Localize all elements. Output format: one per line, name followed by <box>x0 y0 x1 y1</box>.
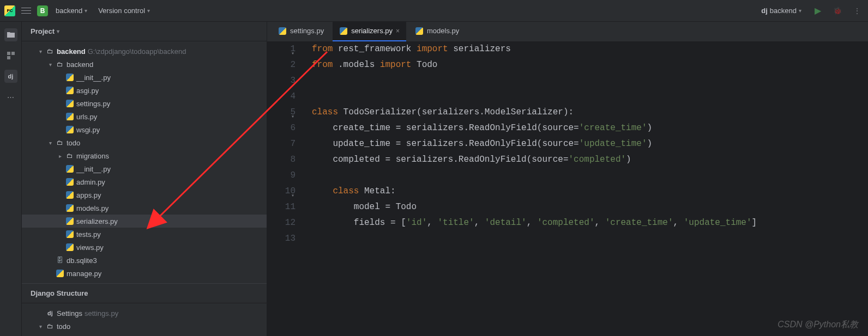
tree-item[interactable]: ▸ __init__.py <box>22 71 267 84</box>
project-panel-header[interactable]: Project ▾ <box>22 22 267 41</box>
line-number: 11 <box>267 199 296 215</box>
tree-item[interactable]: ▸ asgi.py <box>22 84 267 97</box>
vertical-dots-icon: ⋮ <box>853 7 861 15</box>
django-panel-title: Django Structure <box>31 289 88 297</box>
tree-item[interactable]: ▸ views.py <box>22 241 267 254</box>
line-number: 5▾ <box>267 105 296 120</box>
tree-item[interactable]: ▾ 🗀 todo <box>22 320 267 333</box>
python-file-icon <box>65 191 74 199</box>
tree-item-label: manage.py <box>67 270 101 278</box>
tree-item-label: tests.py <box>76 230 101 239</box>
line-number: 4 <box>267 89 296 105</box>
tree-item-label: backend <box>57 47 86 56</box>
tool-rail: dj ⋯ <box>0 22 22 336</box>
tab-label: models.py <box>427 27 459 35</box>
editor-tabs: settings.py serializers.py × models.py <box>267 22 868 41</box>
tree-item[interactable]: ▸ __init__.py <box>22 162 267 175</box>
expand-arrow-icon[interactable]: ▾ <box>47 62 53 68</box>
code-line: fields = ['id', 'title', 'detail', 'comp… <box>312 215 757 231</box>
line-number: 10▾ <box>267 184 296 199</box>
tree-item[interactable]: ▸ settings.py <box>22 97 267 110</box>
tree-item[interactable]: ▸ tests.py <box>22 228 267 241</box>
code-line <box>312 89 757 105</box>
chevron-down-icon: ▾ <box>57 28 59 34</box>
package-icon: 🗀 <box>56 138 64 147</box>
django-panel-header[interactable]: Django Structure <box>22 284 267 303</box>
tree-item-label: __init__.py <box>76 165 111 173</box>
collapse-arrow-icon[interactable]: ▸ <box>57 153 63 159</box>
tree-item-label: admin.py <box>76 178 105 186</box>
code-line: class TodoSerializer(serializers.ModelSe… <box>312 105 757 120</box>
more-button[interactable]: ⋮ <box>851 4 864 17</box>
tree-item[interactable]: ▸ urls.py <box>22 110 267 123</box>
tree-item[interactable]: ▸ 🗀 migrations <box>22 149 267 162</box>
project-selector[interactable]: backend ▾ <box>52 4 91 17</box>
code-content[interactable]: from rest_framework import serializersfr… <box>305 41 757 336</box>
tree-item-label: models.py <box>76 204 108 212</box>
tree-item[interactable]: ▾ 🗀 backend <box>22 58 267 71</box>
chevron-down-icon: ▾ <box>85 8 87 14</box>
code-line: create_time = serializers.ReadOnlyField(… <box>312 120 757 136</box>
python-file-icon <box>65 204 74 212</box>
package-icon: 🗀 <box>65 151 74 160</box>
editor-tab[interactable]: models.py <box>408 22 466 41</box>
code-line <box>312 231 757 247</box>
expand-arrow-icon[interactable]: ▾ <box>37 323 44 329</box>
editor-area: settings.py serializers.py × models.py 1… <box>267 22 868 336</box>
editor-body[interactable]: 1▾2345▾678910▾111213 from rest_framework… <box>267 41 868 336</box>
tree-item[interactable]: ▸ manage.py <box>22 267 267 280</box>
svg-rect-2 <box>7 56 10 59</box>
tree-item-label: settings.py <box>76 100 110 108</box>
package-icon: 🗀 <box>56 60 64 69</box>
tree-item-label: asgi.py <box>76 87 99 95</box>
tree-item-label: views.py <box>76 243 104 252</box>
svg-rect-1 <box>11 52 15 55</box>
tree-item[interactable]: ▸ 🗄 db.sqlite3 <box>22 254 267 267</box>
tree-item[interactable]: ▸ apps.py <box>22 188 267 201</box>
tree-item[interactable]: ▸ admin.py <box>22 175 267 188</box>
tree-item[interactable]: ▸ wsgi.py <box>22 123 267 136</box>
tree-item-label: db.sqlite3 <box>67 256 97 265</box>
tree-item[interactable]: ▾ 🗀 todo <box>22 136 267 149</box>
line-number: 2 <box>267 57 296 73</box>
tab-label: settings.py <box>290 27 324 35</box>
python-file-icon <box>65 243 74 252</box>
tree-item-label: serializers.py <box>76 217 118 225</box>
structure-tool-button[interactable] <box>4 49 17 62</box>
debug-button[interactable]: 🐞 <box>831 4 844 17</box>
chevron-down-icon: ▾ <box>147 8 150 14</box>
run-config-selector[interactable]: dj backend ▾ <box>758 4 805 17</box>
line-number: 7 <box>267 136 296 152</box>
tree-item[interactable]: ▸ serializers.py <box>22 215 267 228</box>
database-icon: 🗄 <box>56 256 64 265</box>
tab-label: serializers.py <box>351 27 393 35</box>
tree-item-label: __init__.py <box>76 74 111 82</box>
expand-arrow-icon[interactable]: ▾ <box>47 140 53 146</box>
editor-tab[interactable]: serializers.py × <box>333 22 406 41</box>
tree-item[interactable]: ▾ 🗀 backend G:\zdpdjango\todoapp\backend <box>22 45 267 58</box>
project-badge-icon: B <box>37 5 48 16</box>
main-menu-button[interactable] <box>20 4 33 17</box>
editor-tab[interactable]: settings.py <box>272 22 330 41</box>
python-file-icon <box>65 73 74 82</box>
python-file-icon <box>56 269 64 278</box>
vcs-menu[interactable]: Version control ▾ <box>95 4 153 17</box>
run-config-name: backend <box>770 7 797 15</box>
project-name: backend <box>56 7 82 15</box>
django-tool-button[interactable]: dj <box>4 70 17 83</box>
line-number: 6 <box>267 120 296 136</box>
python-file-icon <box>339 27 348 35</box>
code-line <box>312 168 757 184</box>
run-config-prefix: dj <box>761 7 768 15</box>
run-button[interactable]: ▶ <box>811 4 824 17</box>
more-tools-button[interactable]: ⋯ <box>4 90 17 103</box>
python-file-icon <box>415 27 424 35</box>
project-panel-title: Project <box>31 27 55 35</box>
django-icon: dj <box>8 73 14 80</box>
expand-arrow-icon[interactable]: ▾ <box>37 48 44 54</box>
tree-item[interactable]: ▸ models.py <box>22 201 267 215</box>
project-tool-button[interactable] <box>4 28 17 41</box>
python-file-icon <box>65 178 74 186</box>
close-icon[interactable]: × <box>396 27 400 35</box>
tree-item[interactable]: ▸ dj Settings settings.py <box>22 307 267 320</box>
